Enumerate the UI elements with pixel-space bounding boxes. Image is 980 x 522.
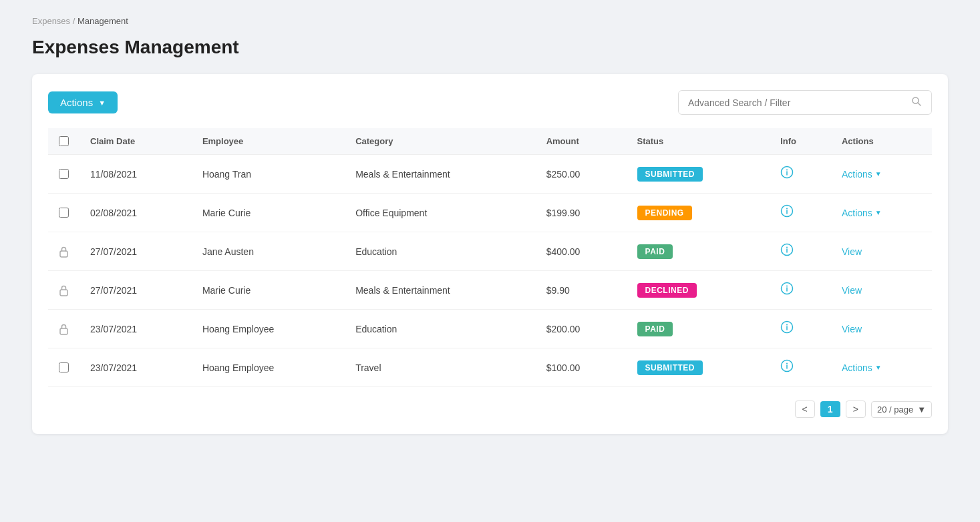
actions-button-label: Actions — [60, 97, 93, 108]
search-input[interactable] — [688, 97, 911, 108]
svg-point-7 — [786, 208, 788, 210]
svg-rect-16 — [60, 328, 67, 334]
row-amount: $200.00 — [536, 310, 627, 348]
lock-icon — [59, 246, 69, 258]
toolbar: Actions ▼ — [48, 90, 932, 115]
row-info — [770, 348, 831, 387]
col-category: Category — [345, 128, 536, 155]
row-employee: Marie Curie — [192, 194, 345, 232]
svg-rect-8 — [60, 251, 67, 257]
pagination: < 1 > 20 / page ▼ — [48, 401, 932, 418]
svg-rect-12 — [60, 290, 67, 296]
row-selector-cell — [48, 155, 79, 194]
table-row: 23/07/2021Hoang EmployeeEducation$200.00… — [48, 310, 932, 348]
page-title: Expenses Management — [32, 37, 948, 58]
row-category: Education — [345, 232, 536, 271]
table-row: 02/08/2021Marie CurieOffice Equipment$19… — [48, 194, 932, 232]
info-icon[interactable] — [780, 207, 794, 220]
table-header-row: Claim Date Employee Category Amount Stat… — [48, 128, 932, 155]
row-checkbox[interactable] — [59, 208, 69, 218]
svg-line-1 — [918, 103, 921, 105]
row-selector-cell — [48, 271, 79, 310]
row-claim-date: 02/08/2021 — [79, 194, 192, 232]
table-row: 27/07/2021Jane AustenEducation$400.00PAI… — [48, 232, 932, 271]
actions-dropdown-button[interactable]: Actions ▼ — [842, 169, 921, 180]
row-amount: $9.90 — [536, 271, 627, 310]
actions-dropdown-button[interactable]: Actions ▼ — [842, 208, 921, 218]
info-icon[interactable] — [780, 168, 794, 182]
col-amount: Amount — [536, 128, 627, 155]
per-page-label: 20 / page — [877, 405, 913, 415]
table-row: 27/07/2021Marie CurieMeals & Entertainme… — [48, 271, 932, 310]
col-actions: Actions — [831, 128, 932, 155]
row-status: PENDING — [627, 194, 770, 232]
expenses-table: Claim Date Employee Category Amount Stat… — [48, 128, 932, 387]
status-badge: PAID — [637, 244, 673, 259]
row-claim-date: 27/07/2021 — [79, 271, 192, 310]
per-page-selector[interactable]: 20 / page ▼ — [871, 401, 932, 418]
row-actions: View — [831, 271, 932, 310]
info-icon[interactable] — [780, 362, 794, 375]
row-employee: Hoang Tran — [192, 155, 345, 194]
info-icon[interactable] — [780, 323, 794, 336]
lock-icon — [59, 284, 69, 296]
row-amount: $250.00 — [536, 155, 627, 194]
row-checkbox[interactable] — [59, 169, 69, 179]
table-row: 11/08/2021Hoang TranMeals & Entertainmen… — [48, 155, 932, 194]
row-actions: Actions ▼ — [831, 348, 932, 387]
view-link[interactable]: View — [842, 324, 862, 334]
col-info: Info — [770, 128, 831, 155]
col-claim-date: Claim Date — [79, 128, 192, 155]
row-claim-date: 27/07/2021 — [79, 232, 192, 271]
view-link[interactable]: View — [842, 285, 862, 296]
row-category: Travel — [345, 348, 536, 387]
breadcrumb-separator: / — [73, 16, 77, 26]
pagination-next-button[interactable]: > — [846, 401, 866, 418]
pagination-prev-button[interactable]: < — [795, 401, 815, 418]
lock-icon — [59, 323, 69, 335]
breadcrumb-current: Management — [77, 16, 128, 26]
view-link[interactable]: View — [842, 246, 862, 257]
row-status: SUBMITTED — [627, 348, 770, 387]
row-claim-date: 23/07/2021 — [79, 310, 192, 348]
row-info — [770, 194, 831, 232]
row-category: Meals & Entertainment — [345, 271, 536, 310]
svg-point-4 — [786, 170, 788, 171]
actions-dropdown-button[interactable]: Actions ▼ — [842, 362, 921, 373]
col-status: Status — [627, 128, 770, 155]
status-badge: PAID — [637, 322, 673, 336]
row-selector-cell — [48, 348, 79, 387]
search-icon — [911, 96, 922, 109]
row-status: PAID — [627, 310, 770, 348]
row-claim-date: 23/07/2021 — [79, 348, 192, 387]
status-badge: SUBMITTED — [637, 360, 703, 375]
status-badge: SUBMITTED — [637, 167, 703, 182]
search-box — [678, 90, 932, 115]
row-checkbox[interactable] — [59, 362, 69, 372]
row-info — [770, 155, 831, 194]
row-category: Office Equipment — [345, 194, 536, 232]
svg-point-11 — [786, 247, 788, 248]
pagination-current-page: 1 — [820, 401, 840, 417]
row-selector-cell — [48, 310, 79, 348]
chevron-down-icon: ▼ — [875, 209, 882, 216]
info-icon[interactable] — [780, 246, 794, 259]
row-status: DECLINED — [627, 271, 770, 310]
info-icon[interactable] — [780, 284, 794, 298]
breadcrumb-parent[interactable]: Expenses — [32, 16, 70, 26]
row-employee: Hoang Employee — [192, 348, 345, 387]
select-all-checkbox[interactable] — [59, 136, 69, 146]
row-category: Education — [345, 310, 536, 348]
table-row: 23/07/2021Hoang EmployeeTravel$100.00SUB… — [48, 348, 932, 387]
row-actions: Actions ▼ — [831, 155, 932, 194]
breadcrumb: Expenses / Management — [32, 16, 948, 26]
row-amount: $400.00 — [536, 232, 627, 271]
col-employee: Employee — [192, 128, 345, 155]
col-checkbox — [48, 128, 79, 155]
row-actions: Actions ▼ — [831, 194, 932, 232]
row-employee: Jane Austen — [192, 232, 345, 271]
row-claim-date: 11/08/2021 — [79, 155, 192, 194]
actions-button[interactable]: Actions ▼ — [48, 91, 118, 113]
svg-point-19 — [786, 324, 788, 326]
row-status: SUBMITTED — [627, 155, 770, 194]
